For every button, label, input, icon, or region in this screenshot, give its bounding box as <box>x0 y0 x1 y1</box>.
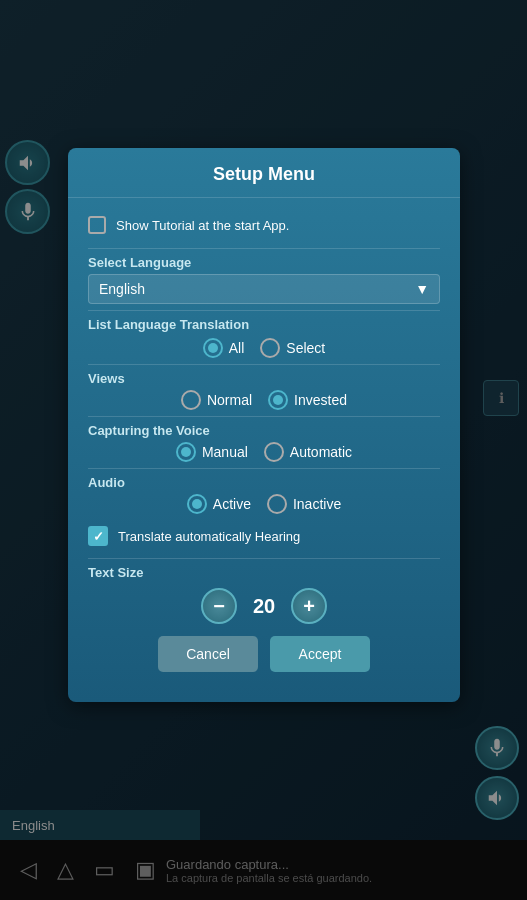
tutorial-checkbox[interactable] <box>88 216 106 234</box>
radio-automatic-circle <box>264 442 284 462</box>
minus-icon: − <box>213 596 225 616</box>
radio-normal-circle <box>181 390 201 410</box>
radio-select[interactable]: Select <box>260 338 325 358</box>
decrease-size-button[interactable]: − <box>201 588 237 624</box>
list-language-radio-group: All Select <box>88 338 440 358</box>
setup-dialog: Setup Menu Show Tutorial at the start Ap… <box>68 148 460 702</box>
dialog-body: Show Tutorial at the start App. Select L… <box>68 198 460 682</box>
audio-radio-group: Active Inactive <box>88 494 440 514</box>
radio-active[interactable]: Active <box>187 494 251 514</box>
divider-2 <box>88 310 440 311</box>
radio-inactive-circle <box>267 494 287 514</box>
radio-all-circle <box>203 338 223 358</box>
radio-normal[interactable]: Normal <box>181 390 252 410</box>
translate-row: Translate automatically Hearing <box>88 520 440 552</box>
radio-invested[interactable]: Invested <box>268 390 347 410</box>
radio-manual-circle <box>176 442 196 462</box>
chevron-icon: ▼ <box>415 281 429 297</box>
capturing-label: Capturing the Voice <box>88 423 440 438</box>
accept-button[interactable]: Accept <box>270 636 370 672</box>
audio-label: Audio <box>88 475 440 490</box>
radio-manual-label: Manual <box>202 444 248 460</box>
views-radio-group: Normal Invested <box>88 390 440 410</box>
text-size-row: − 20 + <box>88 588 440 624</box>
cancel-button[interactable]: Cancel <box>158 636 258 672</box>
tutorial-row: Show Tutorial at the start App. <box>88 208 440 242</box>
divider-5 <box>88 468 440 469</box>
radio-automatic-label: Automatic <box>290 444 352 460</box>
radio-select-circle <box>260 338 280 358</box>
radio-normal-label: Normal <box>207 392 252 408</box>
capturing-radio-group: Manual Automatic <box>88 442 440 462</box>
radio-automatic[interactable]: Automatic <box>264 442 352 462</box>
radio-inactive[interactable]: Inactive <box>267 494 341 514</box>
tutorial-label: Show Tutorial at the start App. <box>116 218 289 233</box>
radio-invested-label: Invested <box>294 392 347 408</box>
divider-1 <box>88 248 440 249</box>
dialog-title: Setup Menu <box>68 148 460 198</box>
dialog-buttons: Cancel Accept <box>88 636 440 672</box>
radio-manual[interactable]: Manual <box>176 442 248 462</box>
radio-inactive-label: Inactive <box>293 496 341 512</box>
radio-all-label: All <box>229 340 245 356</box>
radio-invested-circle <box>268 390 288 410</box>
divider-3 <box>88 364 440 365</box>
plus-icon: + <box>303 596 315 616</box>
list-language-label: List Language Translation <box>88 317 440 332</box>
text-size-label: Text Size <box>88 565 440 580</box>
language-value: English <box>99 281 145 297</box>
radio-select-label: Select <box>286 340 325 356</box>
radio-all[interactable]: All <box>203 338 245 358</box>
text-size-value: 20 <box>249 595 279 618</box>
divider-6 <box>88 558 440 559</box>
increase-size-button[interactable]: + <box>291 588 327 624</box>
translate-label: Translate automatically Hearing <box>118 529 300 544</box>
divider-4 <box>88 416 440 417</box>
translate-checkbox[interactable] <box>88 526 108 546</box>
radio-active-circle <box>187 494 207 514</box>
language-select[interactable]: English ▼ <box>88 274 440 304</box>
views-label: Views <box>88 371 440 386</box>
radio-active-label: Active <box>213 496 251 512</box>
select-language-label: Select Language <box>88 255 440 270</box>
